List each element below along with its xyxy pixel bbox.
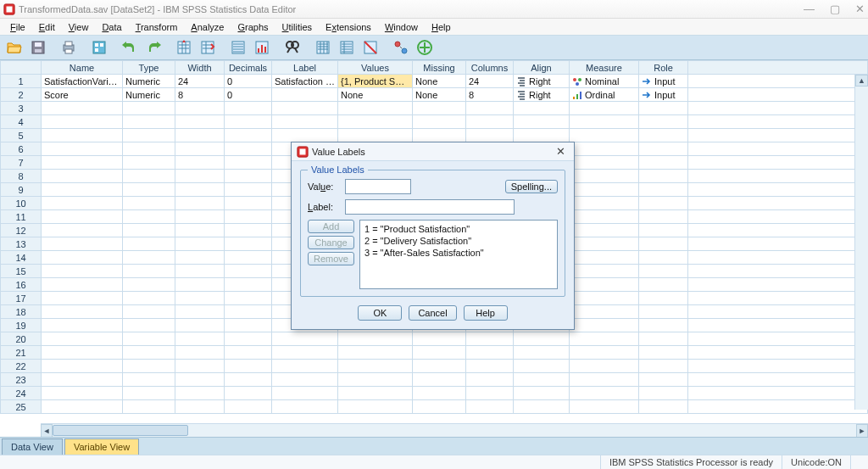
row-number[interactable]: 4 bbox=[1, 115, 42, 129]
cell-decimals[interactable] bbox=[225, 129, 272, 142]
cell-values[interactable] bbox=[338, 373, 413, 387]
row-number[interactable]: 20 bbox=[1, 332, 42, 346]
menu-extensions[interactable]: Extensions bbox=[319, 20, 378, 34]
cell-measure[interactable] bbox=[570, 170, 639, 183]
cell-decimals[interactable] bbox=[225, 115, 272, 129]
minimize-button[interactable]: — bbox=[804, 3, 815, 15]
col-values[interactable]: Values bbox=[338, 61, 413, 75]
row-number[interactable]: 17 bbox=[1, 292, 42, 305]
horizontal-scrollbar[interactable]: ◄ ► bbox=[41, 423, 868, 437]
cell-width[interactable]: 8 bbox=[175, 88, 225, 102]
cell-width[interactable] bbox=[175, 142, 225, 156]
table-row[interactable]: 5 bbox=[1, 129, 868, 142]
cell-decimals[interactable] bbox=[225, 102, 272, 115]
cell-role[interactable] bbox=[639, 210, 688, 224]
row-number[interactable]: 3 bbox=[1, 102, 42, 115]
table-row[interactable]: 2ScoreNumeric80NoneNone8RightOrdinalInpu… bbox=[1, 88, 868, 102]
cell-columns[interactable] bbox=[466, 346, 514, 360]
table-row[interactable]: 1SatisfactionVariablesNumeric240Satisfac… bbox=[1, 75, 868, 88]
cell-width[interactable] bbox=[175, 183, 225, 197]
cell-name[interactable] bbox=[42, 129, 123, 142]
cell-label[interactable] bbox=[272, 332, 338, 346]
cell-values[interactable]: None bbox=[338, 88, 413, 102]
find-icon[interactable] bbox=[281, 37, 303, 58]
row-number[interactable]: 8 bbox=[1, 170, 42, 183]
cell-decimals[interactable] bbox=[225, 156, 272, 170]
cell-columns[interactable]: 8 bbox=[466, 88, 514, 102]
cell-width[interactable]: 24 bbox=[175, 75, 225, 88]
cell-decimals[interactable] bbox=[225, 265, 272, 278]
col-type[interactable]: Type bbox=[123, 61, 175, 75]
cell-decimals[interactable] bbox=[225, 251, 272, 265]
cell-name[interactable] bbox=[42, 197, 123, 210]
cell-name[interactable] bbox=[42, 142, 123, 156]
cell-width[interactable] bbox=[175, 102, 225, 115]
dialog-title-bar[interactable]: Value Labels ✕ bbox=[292, 142, 574, 161]
menu-data[interactable]: Data bbox=[95, 20, 128, 34]
table-row[interactable]: 24 bbox=[1, 387, 868, 400]
cell-measure[interactable] bbox=[570, 142, 639, 156]
cell-type[interactable] bbox=[123, 115, 175, 129]
cell-type[interactable] bbox=[123, 156, 175, 170]
cell-values[interactable] bbox=[338, 332, 413, 346]
cell-type[interactable] bbox=[123, 360, 175, 373]
cell-type[interactable] bbox=[123, 400, 175, 414]
maximize-button[interactable]: ▢ bbox=[830, 3, 840, 15]
cell-name[interactable] bbox=[42, 292, 123, 305]
cell-align[interactable] bbox=[514, 346, 570, 360]
cell-align[interactable] bbox=[514, 360, 570, 373]
cell-missing[interactable] bbox=[413, 115, 466, 129]
row-number[interactable]: 14 bbox=[1, 251, 42, 265]
cell-name[interactable] bbox=[42, 251, 123, 265]
row-number[interactable]: 2 bbox=[1, 88, 42, 102]
cell-role[interactable] bbox=[639, 278, 688, 292]
cell-width[interactable] bbox=[175, 319, 225, 332]
menu-window[interactable]: Window bbox=[378, 20, 425, 34]
cell-values[interactable] bbox=[338, 360, 413, 373]
row-number[interactable]: 5 bbox=[1, 129, 42, 142]
cell-type[interactable] bbox=[123, 197, 175, 210]
scroll-left-icon[interactable]: ◄ bbox=[41, 424, 53, 438]
cell-decimals[interactable] bbox=[225, 373, 272, 387]
cell-columns[interactable] bbox=[466, 400, 514, 414]
row-number[interactable]: 6 bbox=[1, 142, 42, 156]
cell-name[interactable] bbox=[42, 265, 123, 278]
cell-decimals[interactable] bbox=[225, 360, 272, 373]
col-missing[interactable]: Missing bbox=[413, 61, 466, 75]
cell-name[interactable]: Score bbox=[42, 88, 123, 102]
cell-type[interactable] bbox=[123, 346, 175, 360]
change-button[interactable]: Change bbox=[308, 236, 354, 249]
cell-measure[interactable] bbox=[570, 373, 639, 387]
cell-decimals[interactable] bbox=[225, 278, 272, 292]
cell-width[interactable] bbox=[175, 224, 225, 237]
cell-measure[interactable] bbox=[570, 102, 639, 115]
cell-width[interactable] bbox=[175, 360, 225, 373]
row-number[interactable]: 10 bbox=[1, 197, 42, 210]
table-row[interactable]: 4 bbox=[1, 115, 868, 129]
cancel-button[interactable]: Cancel bbox=[409, 305, 456, 321]
cell-measure[interactable] bbox=[570, 183, 639, 197]
goto-case-icon[interactable] bbox=[173, 37, 195, 58]
cell-role[interactable] bbox=[639, 292, 688, 305]
row-number[interactable]: 23 bbox=[1, 373, 42, 387]
list-item[interactable]: 1 = "Product Satisfaction" bbox=[364, 223, 553, 235]
cell-label[interactable] bbox=[272, 360, 338, 373]
cell-decimals[interactable] bbox=[225, 292, 272, 305]
cell-decimals[interactable] bbox=[225, 224, 272, 237]
col-name[interactable]: Name bbox=[42, 61, 123, 75]
tab-variable-view[interactable]: Variable View bbox=[64, 438, 139, 455]
cell-align[interactable] bbox=[514, 129, 570, 142]
row-number[interactable]: 21 bbox=[1, 346, 42, 360]
tab-data-view[interactable]: Data View bbox=[2, 438, 63, 455]
label-input[interactable] bbox=[345, 199, 515, 215]
remove-button[interactable]: Remove bbox=[308, 252, 354, 265]
row-number[interactable]: 18 bbox=[1, 305, 42, 319]
cell-measure[interactable] bbox=[570, 387, 639, 400]
cell-columns[interactable] bbox=[466, 129, 514, 142]
cell-width[interactable] bbox=[175, 129, 225, 142]
cell-width[interactable] bbox=[175, 156, 225, 170]
cell-width[interactable] bbox=[175, 305, 225, 319]
menu-transform[interactable]: Transform bbox=[129, 20, 185, 34]
cell-columns[interactable] bbox=[466, 360, 514, 373]
cell-role[interactable] bbox=[639, 142, 688, 156]
